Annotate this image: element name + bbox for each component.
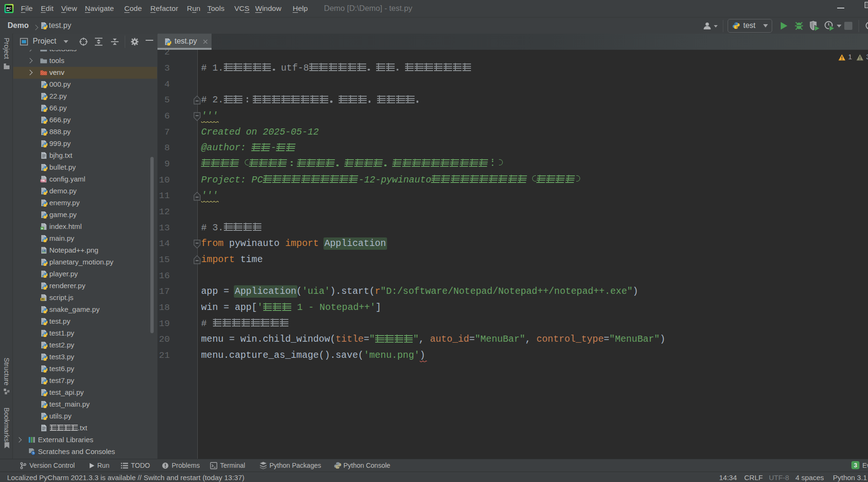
svg-text:PC: PC [6,6,11,10]
